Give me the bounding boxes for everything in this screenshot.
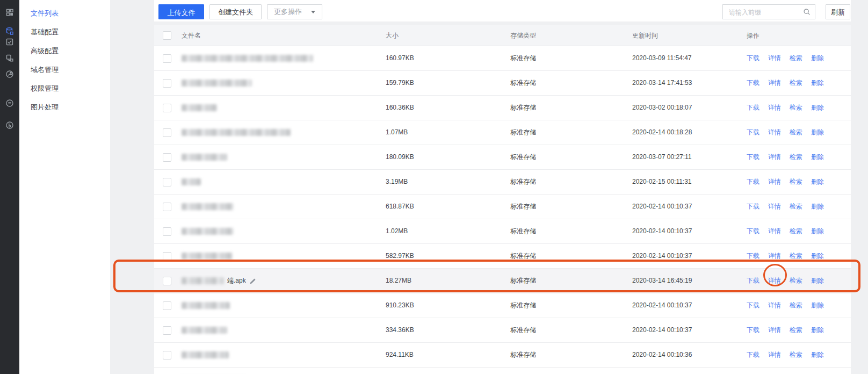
detail-link[interactable]: 详情	[768, 350, 781, 359]
delete-link[interactable]: 删除	[811, 301, 824, 310]
delete-link[interactable]: 删除	[811, 326, 824, 335]
delete-link[interactable]: 删除	[811, 103, 824, 112]
file-name-cell[interactable]	[182, 293, 233, 318]
delete-link[interactable]: 删除	[811, 153, 824, 162]
file-name-cell[interactable]	[182, 46, 316, 70]
detail-link[interactable]: 详情	[768, 301, 781, 310]
download-link[interactable]: 下载	[747, 128, 760, 137]
detail-link[interactable]: 详情	[768, 103, 781, 112]
search-icon[interactable]	[803, 8, 811, 16]
row-checkbox[interactable]	[163, 277, 171, 285]
delete-link[interactable]: 删除	[811, 202, 824, 211]
file-name-cell[interactable]	[182, 244, 236, 268]
delete-link[interactable]: 删除	[811, 251, 824, 261]
detail-link[interactable]: 详情	[768, 251, 781, 261]
file-name-cell[interactable]	[182, 195, 237, 219]
download-link[interactable]: 下载	[747, 326, 760, 335]
download-link[interactable]: 下载	[747, 177, 760, 186]
file-name-cell[interactable]	[182, 120, 294, 145]
row-checkbox[interactable]	[163, 54, 171, 63]
file-name-cell[interactable]	[182, 219, 237, 243]
monitor-icon[interactable]	[5, 99, 14, 107]
retrieve-link[interactable]: 检索	[790, 276, 802, 285]
download-link[interactable]: 下载	[747, 301, 760, 310]
delete-link[interactable]: 删除	[811, 128, 824, 137]
edit-name-icon[interactable]	[249, 277, 256, 284]
delete-link[interactable]: 删除	[811, 227, 824, 236]
retrieve-link[interactable]: 检索	[790, 103, 802, 112]
detail-link[interactable]: 详情	[768, 326, 781, 335]
detail-link[interactable]: 详情	[768, 128, 781, 137]
retrieve-link[interactable]: 检索	[790, 251, 802, 261]
nav-item-advanced-config[interactable]: 高级配置	[19, 41, 110, 60]
file-name-cell[interactable]	[182, 343, 232, 367]
retrieve-link[interactable]: 检索	[790, 78, 802, 88]
download-link[interactable]: 下载	[747, 227, 760, 236]
info-circle-icon[interactable]	[5, 121, 14, 130]
select-all-checkbox[interactable]	[163, 31, 171, 40]
delete-link[interactable]: 删除	[811, 78, 824, 88]
file-name-cell[interactable]: 端.apk	[182, 269, 256, 293]
retrieve-link[interactable]: 检索	[790, 153, 802, 162]
download-link[interactable]: 下载	[747, 276, 760, 285]
row-checkbox[interactable]	[163, 351, 171, 359]
nav-item-basic-config[interactable]: 基础配置	[19, 23, 110, 41]
file-name-cell[interactable]	[182, 145, 230, 169]
file-name-cell[interactable]	[182, 170, 204, 194]
retrieve-link[interactable]: 检索	[790, 128, 802, 137]
row-checkbox[interactable]	[163, 79, 171, 88]
download-link[interactable]: 下载	[747, 202, 760, 211]
delete-link[interactable]: 删除	[811, 350, 824, 359]
download-link[interactable]: 下载	[747, 350, 760, 359]
more-actions-dropdown[interactable]: 更多操作	[267, 4, 322, 19]
task-check-icon[interactable]	[5, 38, 14, 46]
detail-link[interactable]: 详情	[768, 177, 781, 186]
download-link[interactable]: 下载	[747, 153, 760, 162]
nav-item-domain-mgmt[interactable]: 域名管理	[19, 60, 110, 79]
row-checkbox[interactable]	[163, 104, 171, 112]
row-checkbox[interactable]	[163, 128, 171, 137]
retrieve-link[interactable]: 检索	[790, 227, 802, 236]
refresh-button[interactable]: 刷新	[826, 4, 850, 19]
download-link[interactable]: 下载	[747, 54, 760, 63]
retrieve-link[interactable]: 检索	[790, 301, 802, 310]
upload-file-button[interactable]: 上传文件	[158, 4, 204, 19]
storage-bucket-icon[interactable]	[5, 27, 14, 35]
nav-item-file-list[interactable]: 文件列表	[19, 4, 110, 23]
file-name-cell[interactable]	[182, 368, 248, 374]
row-checkbox[interactable]	[163, 178, 171, 186]
nav-item-permission-mgmt[interactable]: 权限管理	[19, 79, 110, 98]
download-link[interactable]: 下载	[747, 251, 760, 261]
detail-link[interactable]: 详情	[768, 202, 781, 211]
row-checkbox[interactable]	[163, 153, 171, 162]
prefix-search-input[interactable]	[728, 5, 802, 19]
retrieve-link[interactable]: 检索	[790, 54, 802, 63]
file-name-cell[interactable]	[182, 96, 220, 120]
file-name-cell[interactable]	[182, 71, 255, 95]
row-checkbox[interactable]	[163, 301, 171, 310]
delete-link[interactable]: 删除	[811, 54, 824, 63]
row-checkbox[interactable]	[163, 227, 171, 236]
retrieve-link[interactable]: 检索	[790, 326, 802, 335]
row-checkbox[interactable]	[163, 252, 171, 261]
relation-icon[interactable]	[5, 54, 14, 62]
detail-link[interactable]: 详情	[768, 227, 781, 236]
row-checkbox[interactable]	[163, 326, 171, 335]
nav-item-image-process[interactable]: 图片处理	[19, 98, 110, 117]
download-link[interactable]: 下载	[747, 78, 760, 88]
download-link[interactable]: 下载	[747, 103, 760, 112]
tools-wrench-icon[interactable]	[5, 70, 14, 78]
create-folder-button[interactable]: 创建文件夹	[209, 4, 262, 19]
delete-link[interactable]: 删除	[811, 177, 824, 186]
detail-link[interactable]: 详情	[768, 78, 781, 88]
delete-link[interactable]: 删除	[811, 276, 824, 285]
detail-link[interactable]: 详情	[768, 54, 781, 63]
overview-grid-icon[interactable]	[5, 8, 14, 17]
retrieve-link[interactable]: 检索	[790, 177, 802, 186]
detail-link[interactable]: 详情	[768, 153, 781, 162]
row-checkbox[interactable]	[163, 203, 171, 211]
detail-link[interactable]: 详情	[768, 276, 781, 285]
retrieve-link[interactable]: 检索	[790, 202, 802, 211]
retrieve-link[interactable]: 检索	[790, 350, 802, 359]
file-name-cell[interactable]	[182, 318, 230, 342]
